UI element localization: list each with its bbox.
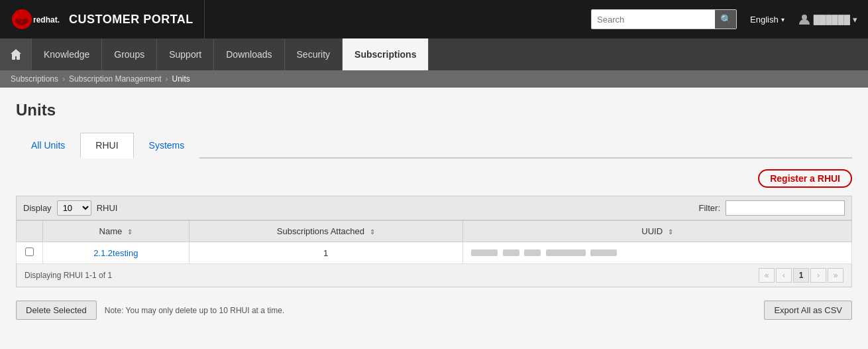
home-icon: [9, 48, 23, 61]
breadcrumb: Subscriptions › Subscription Management …: [0, 70, 868, 88]
svg-point-5: [802, 15, 807, 20]
portal-title: CUSTOMER PORTAL: [69, 13, 193, 27]
logo-area: redhat. CUSTOMER PORTAL: [11, 0, 205, 38]
data-table: Name ⇕ Subscriptions Attached ⇕ UUID ⇕: [16, 220, 852, 264]
user-arrow: ▾: [853, 15, 857, 25]
pagination-last[interactable]: »: [828, 268, 843, 283]
pagination-next[interactable]: ›: [810, 268, 826, 283]
nav-item-groups[interactable]: Groups: [102, 38, 157, 70]
row-name-link[interactable]: 2.1.2testing: [93, 248, 138, 258]
redhat-logo: redhat.: [11, 7, 64, 31]
row-name-cell: 2.1.2testing: [43, 242, 190, 264]
pagination-page-1[interactable]: 1: [793, 268, 809, 283]
subscriptions-sort-icon: ⇕: [370, 228, 375, 236]
nav-home-button[interactable]: [0, 38, 32, 70]
top-header: redhat. CUSTOMER PORTAL 🔍 English ▾ ████…: [0, 0, 868, 38]
bottom-actions: Delete Selected Note: You may only delet…: [16, 301, 852, 320]
col-subscriptions[interactable]: Subscriptions Attached ⇕: [189, 221, 462, 242]
displaying-text: Displaying RHUI 1-1 of 1: [25, 271, 112, 280]
bottom-left: Delete Selected Note: You may only delet…: [16, 301, 284, 320]
row-uuid-cell: [462, 242, 851, 264]
col-name[interactable]: Name ⇕: [43, 221, 190, 242]
tab-all-units[interactable]: All Units: [16, 133, 80, 159]
uuid-placeholder-3: [524, 249, 541, 256]
register-rhui-button[interactable]: Register a RHUI: [758, 169, 852, 188]
rhui-label: RHUI: [97, 203, 694, 213]
nav-item-knowledge[interactable]: Knowledge: [32, 38, 102, 70]
username-text: ██████: [814, 15, 850, 25]
breadcrumb-subscriptions[interactable]: Subscriptions: [11, 74, 58, 84]
row-subscriptions-cell: 1: [189, 242, 462, 264]
user-area[interactable]: ██████ ▾: [798, 13, 857, 26]
display-label: Display: [23, 203, 52, 213]
nav-item-security[interactable]: Security: [285, 38, 343, 70]
breadcrumb-current: Units: [172, 74, 190, 84]
col-uuid[interactable]: UUID ⇕: [462, 221, 851, 242]
search-button[interactable]: 🔍: [715, 10, 736, 29]
svg-text:redhat.: redhat.: [33, 15, 60, 25]
language-arrow: ▾: [781, 16, 785, 23]
nav-item-support[interactable]: Support: [157, 38, 214, 70]
register-area: Register a RHUI: [16, 169, 852, 188]
tab-rhui[interactable]: RHUI: [80, 133, 133, 159]
page-title: Units: [16, 101, 852, 119]
pagination-first[interactable]: «: [759, 268, 775, 283]
svg-rect-3: [18, 12, 26, 17]
nav-item-downloads[interactable]: Downloads: [214, 38, 284, 70]
user-icon: [798, 13, 811, 26]
table-header-row: Name ⇕ Subscriptions Attached ⇕ UUID ⇕: [17, 221, 852, 242]
search-area[interactable]: 🔍: [591, 9, 737, 29]
row-checkbox-cell[interactable]: [17, 242, 43, 264]
row-checkbox[interactable]: [25, 247, 34, 256]
filter-input[interactable]: [726, 200, 845, 216]
tab-systems[interactable]: Systems: [134, 133, 200, 159]
export-csv-button[interactable]: Export All as CSV: [764, 301, 852, 320]
language-selector[interactable]: English ▾: [745, 15, 790, 25]
breadcrumb-sep-2: ›: [165, 74, 168, 84]
display-select[interactable]: 10 25 50 100: [57, 200, 91, 216]
note-text: Note: You may only delete up to 10 RHUI …: [105, 306, 285, 315]
uuid-placeholder-1: [471, 249, 498, 256]
pagination-prev[interactable]: ‹: [776, 268, 792, 283]
table-controls: Display 10 25 50 100 RHUI Filter:: [16, 196, 852, 220]
uuid-placeholder-4: [546, 249, 586, 256]
pagination-controls: « ‹ 1 › »: [759, 268, 843, 283]
breadcrumb-subscription-management[interactable]: Subscription Management: [69, 74, 161, 84]
main-content: Units All Units RHUI Systems Register a …: [0, 88, 868, 333]
table-row: 2.1.2testing 1: [17, 242, 852, 264]
uuid-placeholder-2: [503, 249, 519, 256]
uuid-sort-icon: ⇕: [668, 228, 673, 236]
pagination-area: Displaying RHUI 1-1 of 1 « ‹ 1 › »: [16, 264, 852, 287]
language-label: English: [750, 15, 779, 25]
col-checkbox: [17, 221, 43, 242]
nav-item-subscriptions[interactable]: Subscriptions: [343, 38, 429, 70]
breadcrumb-sep-1: ›: [62, 74, 65, 84]
nav-bar: Knowledge Groups Support Downloads Secur…: [0, 38, 868, 70]
search-input[interactable]: [592, 10, 715, 29]
filter-label: Filter:: [699, 203, 721, 213]
uuid-placeholder-5: [590, 249, 617, 256]
delete-selected-button[interactable]: Delete Selected: [16, 301, 97, 320]
tabs: All Units RHUI Systems: [16, 133, 852, 159]
name-sort-icon: ⇕: [127, 228, 133, 236]
